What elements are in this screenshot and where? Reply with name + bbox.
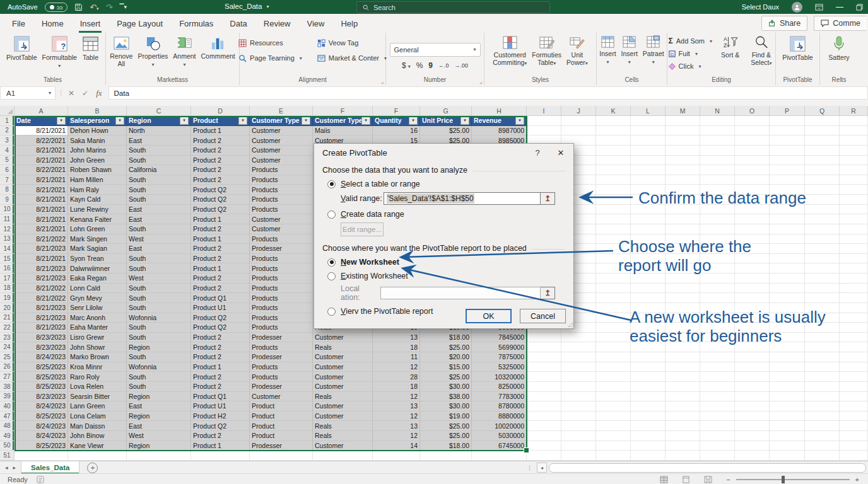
cell[interactable] (561, 392, 596, 402)
cell[interactable]: 8/21/2023 (15, 263, 68, 274)
cell[interactable]: 6745000 (472, 441, 527, 451)
market-conter-button[interactable]: Market & Conter (317, 53, 387, 63)
cell[interactable] (840, 214, 868, 224)
cell[interactable]: 7845000 (472, 333, 527, 343)
cell[interactable] (527, 421, 561, 431)
zoom-slider[interactable] (736, 479, 850, 480)
cell[interactable]: 8/21/2021 (15, 185, 68, 195)
cell[interactable]: South (127, 323, 191, 333)
cell[interactable] (596, 412, 631, 422)
anment-button[interactable]: Anment (170, 34, 198, 70)
cell[interactable]: Products (250, 323, 313, 333)
cell[interactable] (596, 205, 631, 215)
cell[interactable]: Senr Lilolw (68, 303, 127, 313)
commment-button[interactable]: Commment (199, 34, 238, 61)
cell[interactable] (700, 224, 735, 234)
cell[interactable] (700, 401, 735, 412)
cell[interactable] (735, 135, 770, 146)
cell[interactable] (805, 382, 840, 392)
cell[interactable]: Products (250, 313, 313, 323)
cell[interactable] (700, 431, 735, 441)
cell[interactable]: Prodesser (250, 333, 313, 343)
cell[interactable]: 8/21/2022 (15, 293, 68, 303)
undo-icon[interactable]: ↶▾ (90, 3, 98, 11)
cell[interactable] (666, 126, 700, 136)
cell[interactable]: 28 (373, 372, 420, 382)
cell[interactable] (561, 431, 596, 441)
cell[interactable]: 11 (373, 352, 420, 362)
cell[interactable] (527, 116, 561, 126)
cell[interactable]: Lonn Cald (68, 284, 127, 294)
row-header[interactable]: 23 (0, 333, 15, 343)
cell[interactable] (805, 224, 840, 234)
cell[interactable] (666, 165, 700, 175)
column-header[interactable]: N (700, 106, 735, 116)
cell[interactable]: $19.00 (420, 412, 472, 422)
cell[interactable]: Products (250, 274, 313, 284)
cell[interactable]: Wofonnia (127, 313, 191, 323)
cell[interactable] (840, 303, 868, 313)
cell[interactable]: 8/24/2023 (15, 431, 68, 441)
cell[interactable] (840, 274, 868, 284)
row-header[interactable]: 25 (0, 352, 15, 362)
cell[interactable]: 8/23/2023 (15, 342, 68, 352)
cell[interactable] (561, 362, 596, 372)
cell[interactable] (527, 451, 561, 461)
cell[interactable] (631, 352, 666, 362)
cell[interactable] (313, 451, 373, 461)
cell[interactable] (700, 412, 735, 422)
cell[interactable]: Product 2 (191, 372, 250, 382)
cell[interactable]: Reals (313, 342, 373, 352)
row-header[interactable]: 13 (0, 234, 15, 245)
cell[interactable] (596, 146, 631, 156)
cell[interactable]: Product H2 (191, 412, 250, 422)
cell[interactable] (770, 214, 805, 224)
dialog-launcher-icon[interactable]: ⌟ (381, 78, 384, 84)
cell[interactable]: Gryn Mevy (68, 293, 127, 303)
row-header[interactable]: 19 (0, 293, 15, 303)
cell[interactable] (631, 362, 666, 372)
cell[interactable] (840, 372, 868, 382)
cell[interactable]: East (127, 401, 191, 412)
resize-grip-icon[interactable]: ◿ (568, 321, 573, 328)
comments-button[interactable]: Comme (814, 16, 867, 31)
cell[interactable] (561, 451, 596, 461)
cell[interactable] (561, 382, 596, 392)
cell[interactable]: East (127, 244, 191, 254)
cell[interactable]: $38.00 (420, 392, 472, 402)
cell[interactable] (840, 146, 868, 156)
cell[interactable] (805, 372, 840, 382)
row-header[interactable]: 11 (0, 214, 15, 224)
cell[interactable]: Product Q2 (191, 421, 250, 431)
cell[interactable] (631, 401, 666, 412)
cell[interactable]: Reals (313, 431, 373, 441)
cell[interactable] (805, 431, 840, 441)
cell[interactable]: South (127, 293, 191, 303)
cell[interactable] (840, 362, 868, 372)
filter-dropdown-icon[interactable]: ▾ (115, 116, 124, 125)
cell[interactable] (596, 175, 631, 185)
column-header[interactable]: C (127, 106, 191, 116)
row-header[interactable]: 15 (0, 254, 15, 264)
cell[interactable]: 8987000 (472, 126, 527, 136)
cell[interactable] (666, 224, 700, 234)
cell[interactable] (561, 333, 596, 343)
cell[interactable] (770, 451, 805, 461)
row-header[interactable]: 20 (0, 303, 15, 313)
cell[interactable] (596, 333, 631, 343)
cell[interactable] (735, 382, 770, 392)
cell[interactable] (596, 382, 631, 392)
cell[interactable]: Products (250, 175, 313, 185)
cell[interactable]: Dehon Hown (68, 126, 127, 136)
cell[interactable]: John Marins (68, 146, 127, 156)
cell[interactable] (666, 284, 700, 294)
cell[interactable] (700, 165, 735, 175)
cell[interactable] (840, 234, 868, 245)
cell[interactable]: Dalwrwiimner (68, 263, 127, 274)
cell[interactable] (735, 372, 770, 382)
dialog-titlebar[interactable]: Create PivotTable ? ✕ (314, 144, 573, 161)
cell[interactable] (805, 234, 840, 245)
cell[interactable]: Customer (250, 146, 313, 156)
cell[interactable]: Product 2 (191, 156, 250, 166)
cell[interactable]: Product (250, 431, 313, 441)
